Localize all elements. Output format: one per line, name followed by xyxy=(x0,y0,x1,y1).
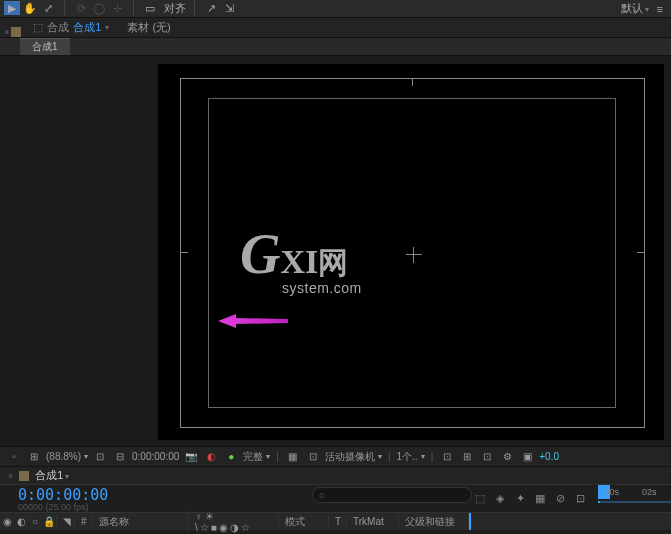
time-ruler[interactable]: :00s 02s xyxy=(598,485,671,513)
tab-material[interactable]: 素材 (无) xyxy=(121,18,176,37)
timeline-icon[interactable]: ⊡ xyxy=(479,449,495,465)
magnify-icon[interactable]: ▫ xyxy=(6,449,22,465)
safe-zones-icon[interactable]: ⊟ xyxy=(112,449,128,465)
timecode-row: 0:00:00:00 00000 (25.00 fps) ⌕ ⬚ ◈ ✦ ▦ ⊘… xyxy=(0,484,671,512)
pen-tool-icon[interactable]: ↗ xyxy=(203,1,219,15)
solo-column-icon[interactable]: ○ xyxy=(28,516,42,527)
views-dropdown[interactable]: 1个.. xyxy=(397,450,425,464)
resolution-icon[interactable]: ⊡ xyxy=(92,449,108,465)
guide-tick-left xyxy=(180,252,188,253)
motion-blur-icon[interactable]: ✦ xyxy=(512,491,528,507)
exposure-value[interactable]: +0.0 xyxy=(539,451,559,462)
source-name-column[interactable]: 源名称 xyxy=(92,515,188,529)
grid-icon[interactable]: ⊞ xyxy=(26,449,42,465)
camera-dropdown[interactable]: 活动摄像机 xyxy=(325,450,382,464)
subtab-comp[interactable]: 合成1 xyxy=(20,38,70,55)
timeline-comp-name[interactable]: 合成1 xyxy=(35,468,69,483)
parent-column[interactable]: 父级和链接 xyxy=(398,515,468,529)
camera-tool-icon[interactable]: ◯ xyxy=(91,1,107,15)
search-icon: ⌕ xyxy=(319,489,325,500)
timeline-tab-row: × 合成1 xyxy=(0,466,671,484)
3d-view-icon[interactable]: ⊡ xyxy=(305,449,321,465)
align-label: 对齐 xyxy=(164,1,186,16)
annotation-arrow-icon xyxy=(218,314,288,328)
snapshot-icon[interactable]: 📷 xyxy=(183,449,199,465)
lock-column-icon[interactable]: 🔒 xyxy=(42,516,56,527)
fast-preview-icon[interactable]: ⊞ xyxy=(459,449,475,465)
draft-3d-icon[interactable]: ⊘ xyxy=(552,491,568,507)
shape-tool-icon[interactable]: ▭ xyxy=(142,1,158,15)
flowchart-icon[interactable]: ⚙ xyxy=(499,449,515,465)
subtab-row: 合成1 xyxy=(0,38,671,56)
label-column-icon[interactable]: ◥ xyxy=(56,516,74,527)
quality-dropdown[interactable]: 完整 xyxy=(243,450,270,464)
guide-tick-right xyxy=(637,252,645,253)
viewer-timecode[interactable]: 0:00:00:00 xyxy=(132,451,179,462)
panel-menu-icon[interactable]: ≡ xyxy=(657,3,663,15)
shy-toggle-icon[interactable]: ⬚ xyxy=(472,491,488,507)
close-tab-icon[interactable]: × xyxy=(4,27,9,37)
center-cross-h xyxy=(406,254,422,255)
rotate-tool-icon[interactable]: ⟳ xyxy=(73,1,89,15)
hand-tool-icon[interactable]: ✋ xyxy=(22,1,38,15)
visibility-column-icon[interactable]: ◉ xyxy=(0,516,14,527)
layer-columns-header: ◉ ◐ ○ 🔒 ◥ # 源名称 ♀☀\☆■◉◑☆ 模式 T TrkMat 父级和… xyxy=(0,512,671,530)
render-icon[interactable]: ▣ xyxy=(519,449,535,465)
render-time-icon[interactable]: ⊡ xyxy=(572,491,588,507)
composition-viewer[interactable]: G XI 网 system.com xyxy=(0,56,671,446)
viewer-controls: ▫ ⊞ (88.8%) ⊡ ⊟ 0:00:00:00 📷 ◐ ● 完整 | ▦ … xyxy=(0,446,671,466)
graph-editor-icon[interactable]: ▦ xyxy=(532,491,548,507)
action-safe-frame xyxy=(208,98,616,408)
timeline-track-area[interactable] xyxy=(468,513,671,530)
panel-tabs: × ⬚ 合成 合成1 ▾ 素材 (无) xyxy=(0,18,671,38)
mode-column[interactable]: 模式 xyxy=(278,515,328,529)
close-timeline-tab-icon[interactable]: × xyxy=(8,471,13,481)
frame-blend-icon[interactable]: ◈ xyxy=(492,491,508,507)
audio-column-icon[interactable]: ◐ xyxy=(14,516,28,527)
layer-search-input[interactable]: ⌕ xyxy=(312,487,472,503)
zoom-tool-icon[interactable]: ⤢ xyxy=(40,1,56,15)
switches-column: ♀☀\☆■◉◑☆ xyxy=(188,511,278,533)
pixel-aspect-icon[interactable]: ⊡ xyxy=(439,449,455,465)
selection-tool-icon[interactable]: ▶ xyxy=(4,1,20,15)
trkmat-column[interactable]: TrkMat xyxy=(346,516,398,527)
guide-tick-top xyxy=(412,78,413,86)
center-cross-v xyxy=(413,247,414,263)
transparency-grid-icon[interactable]: ▦ xyxy=(285,449,301,465)
main-toolbar: ▶ ✋ ⤢ ⟳ ◯ ⊹ ▭ 对齐 ↗ ⇲ 默认 ≡ xyxy=(0,0,671,18)
zoom-dropdown[interactable]: (88.8%) xyxy=(46,451,88,462)
timeline-color-marker xyxy=(19,471,29,481)
tab-composition[interactable]: ⬚ 合成 合成1 ▾ xyxy=(23,18,119,37)
playhead-line xyxy=(469,513,471,530)
comp-color-marker xyxy=(11,27,21,37)
svg-marker-0 xyxy=(218,314,288,328)
pan-behind-tool-icon[interactable]: ⊹ xyxy=(109,1,125,15)
number-column: # xyxy=(74,516,92,527)
t-column: T xyxy=(328,516,346,527)
color-mgmt-icon[interactable]: ● xyxy=(223,449,239,465)
workspace-dropdown[interactable]: 默认 xyxy=(621,1,649,16)
channel-icon[interactable]: ◐ xyxy=(203,449,219,465)
text-tool-icon[interactable]: ⇲ xyxy=(221,1,237,15)
